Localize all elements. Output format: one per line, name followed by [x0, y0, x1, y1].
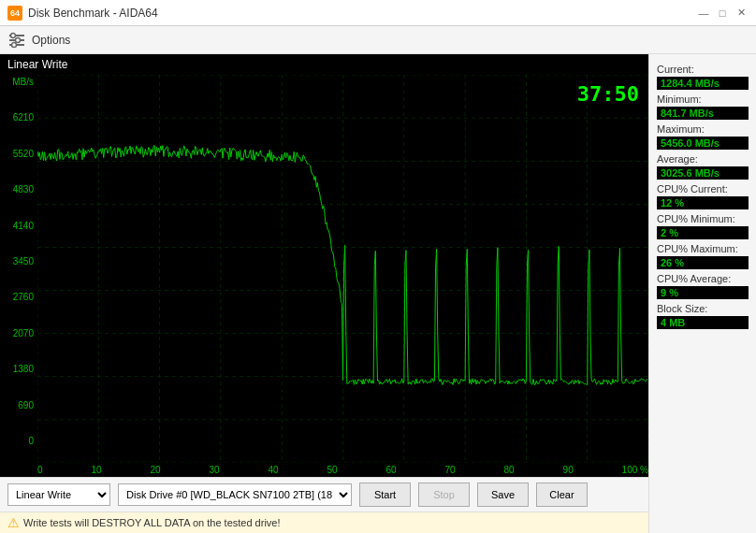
- x-50: 50: [327, 465, 338, 475]
- maximize-button[interactable]: □: [715, 6, 730, 21]
- y-2070: 2070: [2, 328, 34, 339]
- cpu-average-label: CPU% Average:: [657, 273, 749, 284]
- minimum-value: 841.7 MB/s: [657, 107, 749, 120]
- y-axis: MB/s 6210 5520 4830 4140 3450 2760 2070 …: [0, 75, 37, 463]
- save-button[interactable]: Save: [477, 483, 529, 507]
- x-30: 30: [209, 465, 219, 475]
- x-100: 100 %: [622, 465, 648, 475]
- x-60: 60: [386, 465, 397, 475]
- cpu-maximum-label: CPU% Maximum:: [657, 243, 749, 254]
- svg-point-3: [11, 33, 16, 37]
- window-title: Disk Benchmark - AIDA64: [28, 7, 158, 20]
- close-button[interactable]: ✕: [734, 6, 749, 21]
- x-70: 70: [445, 465, 456, 475]
- stop-button[interactable]: Stop: [418, 483, 470, 507]
- svg-point-5: [12, 42, 17, 47]
- cpu-minimum-label: CPU% Minimum:: [657, 213, 749, 224]
- cpu-maximum-value: 26 %: [657, 256, 749, 269]
- y-690: 690: [2, 400, 34, 411]
- drive-selector[interactable]: Disk Drive #0 [WD_BLACK SN7100 2TB] (186…: [118, 483, 352, 506]
- title-bar: 64 Disk Benchmark - AIDA64 — □ ✕: [0, 0, 756, 26]
- chart-title: Linear Write: [7, 58, 67, 71]
- x-0: 0: [37, 465, 43, 475]
- y-1380: 1380: [2, 364, 34, 374]
- maximum-label: Maximum:: [657, 123, 749, 135]
- x-10: 10: [91, 465, 101, 475]
- options-icon: [7, 31, 26, 50]
- chart-body: MB/s 6210 5520 4830 4140 3450 2760 2070 …: [0, 75, 648, 463]
- average-label: Average:: [657, 153, 749, 165]
- current-value: 1284.4 MB/s: [657, 77, 749, 90]
- app-icon: 64: [7, 6, 22, 21]
- y-label: MB/s: [2, 77, 34, 87]
- average-value: 3025.6 MB/s: [657, 166, 749, 180]
- y-4140: 4140: [2, 221, 34, 231]
- block-size-label: Block Size:: [657, 303, 749, 314]
- y-4830: 4830: [2, 184, 34, 194]
- test-selector[interactable]: Linear Write Linear Read Random Write Ra…: [7, 483, 110, 506]
- x-90: 90: [563, 465, 574, 475]
- maximum-value: 5456.0 MB/s: [657, 137, 749, 150]
- chart-canvas: [37, 75, 648, 463]
- clear-button[interactable]: Clear: [536, 483, 588, 507]
- x-20: 20: [150, 465, 160, 475]
- warning-text: Write tests will DESTROY ALL DATA on the…: [23, 517, 281, 528]
- timer-display: 37:50: [577, 82, 639, 106]
- bottom-bar: Linear Write Linear Read Random Write Ra…: [0, 477, 648, 533]
- cpu-current-value: 12 %: [657, 196, 749, 209]
- current-label: Current:: [657, 64, 749, 75]
- chart-area: Linear Write MB/s 6210 5520 4830 4140 34…: [0, 54, 648, 533]
- minimum-label: Minimum:: [657, 94, 749, 105]
- window-controls: — □ ✕: [696, 6, 749, 21]
- y-5520: 5520: [2, 149, 34, 159]
- y-2760: 2760: [2, 292, 34, 302]
- y-0: 0: [2, 436, 34, 446]
- toolbar-options-label: Options: [32, 34, 70, 47]
- controls-row: Linear Write Linear Read Random Write Ra…: [0, 478, 648, 511]
- cpu-average-value: 9 %: [657, 286, 749, 299]
- chart-header: Linear Write: [0, 54, 648, 75]
- warning-icon: ⚠: [7, 515, 20, 530]
- cpu-minimum-value: 2 %: [657, 226, 749, 239]
- main-content: Linear Write MB/s 6210 5520 4830 4140 34…: [0, 54, 756, 533]
- y-3450: 3450: [2, 256, 34, 266]
- block-size-value: 4 MB: [657, 316, 749, 329]
- minimize-button[interactable]: —: [696, 6, 711, 21]
- cpu-current-label: CPU% Current:: [657, 183, 749, 194]
- toolbar: Options: [0, 26, 756, 54]
- x-80: 80: [504, 465, 515, 475]
- svg-point-4: [16, 37, 21, 42]
- x-40: 40: [269, 465, 279, 475]
- warning-bar: ⚠ Write tests will DESTROY ALL DATA on t…: [0, 511, 648, 533]
- side-panel: Current: 1284.4 MB/s Minimum: 841.7 MB/s…: [648, 54, 756, 533]
- start-button[interactable]: Start: [359, 483, 411, 507]
- y-6210: 6210: [2, 112, 34, 122]
- x-axis: 0 10 20 30 40 50 60 70 80 90 100 %: [0, 463, 648, 477]
- chart-canvas-area: 37:50: [37, 75, 648, 463]
